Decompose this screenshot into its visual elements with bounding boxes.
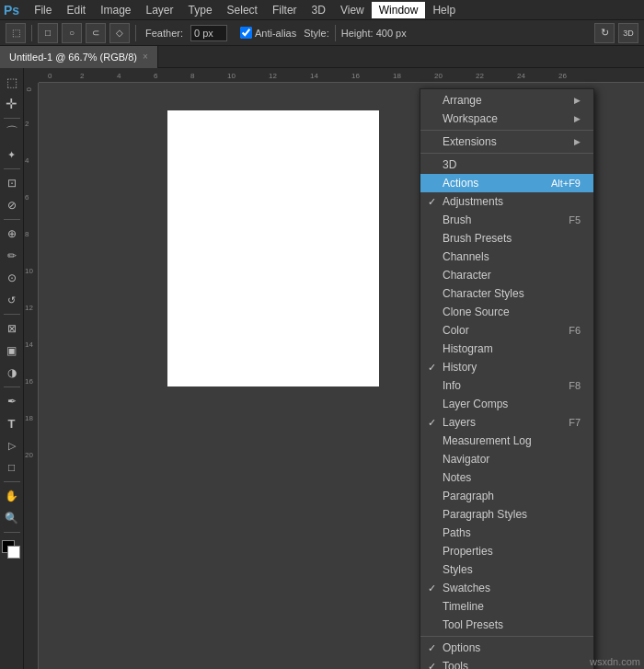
ruler-corner: [24, 68, 39, 83]
ruler-tick-12: 12: [269, 72, 277, 80]
menu-item-layers[interactable]: Layers F7: [420, 413, 593, 432]
tool-marquee[interactable]: ⬚: [2, 72, 22, 92]
toolbar-rotate-btn[interactable]: ↻: [594, 23, 615, 43]
menu-item-channels[interactable]: Channels: [420, 248, 593, 266]
menu-item-workspace[interactable]: Workspace: [420, 110, 593, 128]
tool-path-select[interactable]: ▷: [2, 435, 22, 456]
menu-item-info[interactable]: Info F8: [420, 376, 593, 395]
tool-zoom[interactable]: 🔍: [2, 508, 22, 528]
ruler-v-tick-4: 4: [25, 156, 29, 165]
menu-item-clone-source[interactable]: Clone Source: [420, 303, 593, 321]
menu-edit[interactable]: Edit: [59, 2, 93, 18]
menu-image[interactable]: Image: [93, 2, 138, 18]
ruler-tick-10: 10: [227, 72, 236, 80]
menu-type[interactable]: Type: [181, 2, 220, 18]
tool-move[interactable]: ✛: [2, 94, 22, 114]
tool-sep-7: [4, 532, 20, 533]
toolbar-select-btn[interactable]: ⬚: [6, 23, 26, 43]
window-dropdown-menu: Arrange Workspace Extensions 3D Actions …: [420, 88, 594, 669]
ruler-tick-24: 24: [517, 72, 525, 80]
ruler-v-tick-2: 2: [25, 120, 29, 128]
toolbar-lasso-btn[interactable]: ⊂: [86, 23, 106, 43]
menu-item-notes[interactable]: Notes: [420, 468, 593, 487]
menu-window[interactable]: Window: [372, 2, 426, 18]
tool-eraser[interactable]: ⊠: [2, 318, 22, 339]
tool-sep-6: [4, 481, 20, 482]
menu-item-extensions[interactable]: Extensions: [420, 133, 593, 151]
menu-view[interactable]: View: [333, 2, 372, 18]
menu-item-histogram[interactable]: Histogram: [420, 340, 593, 358]
menu-item-character[interactable]: Character: [420, 266, 593, 284]
menu-item-arrange[interactable]: Arrange: [420, 91, 593, 110]
tool-gradient[interactable]: ▣: [2, 340, 22, 361]
menu-select[interactable]: Select: [220, 2, 265, 18]
menu-item-color[interactable]: Color F6: [420, 321, 593, 340]
color-boxes: [2, 540, 22, 560]
menu-item-paragraph[interactable]: Paragraph: [420, 487, 593, 505]
menu-bar: Ps File Edit Image Layer Type Select Fil…: [0, 0, 644, 20]
menu-sep-1: [420, 130, 593, 131]
tool-dodge[interactable]: ◑: [2, 363, 22, 383]
menu-sep-2: [420, 153, 593, 154]
feather-input[interactable]: [190, 25, 227, 41]
menu-item-brush[interactable]: Brush F5: [420, 211, 593, 229]
tool-hand[interactable]: ✋: [2, 486, 22, 506]
tool-healing[interactable]: ⊕: [2, 224, 22, 244]
antialias-checkbox[interactable]: [240, 27, 252, 39]
menu-help[interactable]: Help: [425, 2, 463, 18]
tool-crop[interactable]: ⊡: [2, 173, 22, 193]
toolbar-poly-btn[interactable]: ◇: [109, 23, 130, 43]
canvas-area[interactable]: 0 2 4 6 8 10 12 14 16 18 20 22 24 26 0 2…: [24, 68, 644, 669]
menu-item-timeline[interactable]: Timeline: [420, 597, 593, 616]
ruler-tick-2: 2: [80, 72, 84, 80]
options-toolbar: ⬚ □ ○ ⊂ ◇ Feather: Anti-alias Style: Hei…: [0, 20, 644, 46]
tool-pen[interactable]: ✒: [2, 391, 22, 411]
tool-clone[interactable]: ⊙: [2, 268, 22, 288]
menu-item-styles[interactable]: Styles: [420, 560, 593, 579]
menu-item-swatches[interactable]: Swatches: [420, 579, 593, 597]
tool-text[interactable]: T: [2, 413, 22, 433]
menu-filter[interactable]: Filter: [265, 2, 305, 18]
ruler-tick-20: 20: [434, 72, 443, 80]
tool-history-brush[interactable]: ↺: [2, 290, 22, 310]
tool-brush[interactable]: ✏: [2, 246, 22, 266]
menu-item-layer-comps[interactable]: Layer Comps: [420, 395, 593, 413]
document-tab[interactable]: Untitled-1 @ 66.7% (RGB/8) ×: [0, 46, 158, 68]
tool-lasso[interactable]: ⌒: [2, 122, 22, 143]
bg-color-swatch[interactable]: [7, 546, 20, 559]
menu-layer[interactable]: Layer: [139, 2, 181, 18]
tab-close-btn[interactable]: ×: [143, 52, 148, 62]
ruler-v-tick-10: 10: [25, 267, 33, 275]
ruler-v-tick-12: 12: [25, 304, 33, 312]
menu-item-3d[interactable]: 3D: [420, 156, 593, 174]
menu-item-brush-presets[interactable]: Brush Presets: [420, 229, 593, 248]
toolbar-ellipse-btn[interactable]: ○: [62, 23, 82, 43]
menu-item-adjustments[interactable]: Adjustments: [420, 192, 593, 211]
menu-file[interactable]: File: [27, 2, 59, 18]
ruler-v-tick-6: 6: [25, 193, 29, 202]
menu-item-measurement-log[interactable]: Measurement Log: [420, 432, 593, 450]
menu-item-navigator[interactable]: Navigator: [420, 450, 593, 468]
tool-shape[interactable]: □: [2, 457, 22, 478]
menu-item-paths[interactable]: Paths: [420, 524, 593, 542]
tool-sep-3: [4, 219, 20, 220]
menu-item-properties[interactable]: Properties: [420, 542, 593, 560]
tool-magic-wand[interactable]: ✦: [2, 144, 22, 165]
toolbar-3d-btn[interactable]: 3D: [618, 23, 638, 43]
menu-3d[interactable]: 3D: [305, 2, 333, 18]
menu-item-tools[interactable]: Tools: [420, 657, 593, 669]
ruler-tick-18: 18: [393, 72, 401, 80]
menu-item-options[interactable]: Options: [420, 639, 593, 657]
menu-item-history[interactable]: History: [420, 358, 593, 376]
menu-item-character-styles[interactable]: Character Styles: [420, 284, 593, 303]
ruler-tick-16: 16: [351, 72, 360, 80]
tool-eyedropper[interactable]: ⊘: [2, 195, 22, 215]
ruler-v-tick-14: 14: [25, 340, 33, 349]
antialias-label[interactable]: Anti-alias: [240, 27, 296, 39]
toolbar-rect-btn[interactable]: □: [38, 23, 58, 43]
menu-item-actions[interactable]: Actions Alt+F9: [420, 174, 593, 192]
ruler-v-tick-16: 16: [25, 377, 33, 386]
menu-item-paragraph-styles[interactable]: Paragraph Styles: [420, 505, 593, 524]
menu-item-tool-presets[interactable]: Tool Presets: [420, 616, 593, 634]
style-label: Style:: [304, 28, 329, 39]
